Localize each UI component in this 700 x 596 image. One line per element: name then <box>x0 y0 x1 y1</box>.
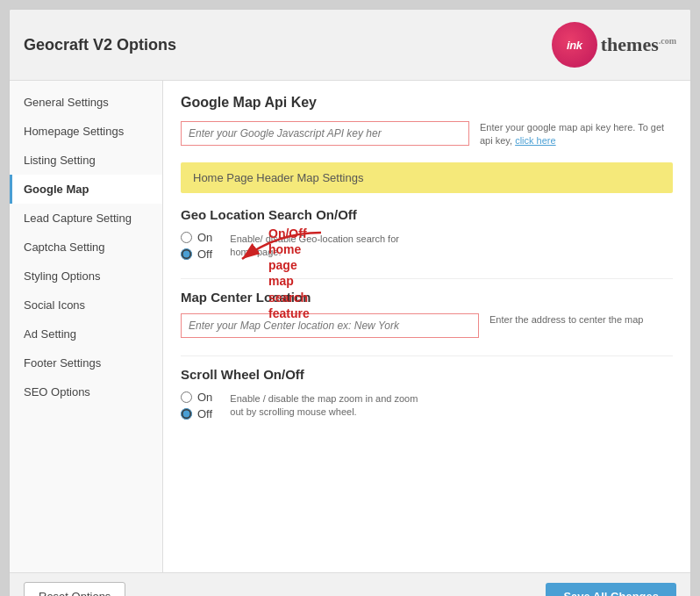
sidebar-item-ad-setting[interactable]: Ad Setting <box>10 320 162 348</box>
sidebar-item-styling-options[interactable]: Styling Options <box>10 262 162 291</box>
logo-icon: ink <box>552 22 597 68</box>
api-key-title: Google Map Api Key <box>181 95 673 111</box>
api-key-section: Google Map Api Key Enter your google map… <box>181 95 673 148</box>
sidebar-item-captcha-setting[interactable]: Captcha Setting <box>10 233 162 262</box>
api-key-row: Enter your google map api key here. To g… <box>181 121 673 148</box>
scroll-wheel-section: Scroll Wheel On/Off On Off <box>181 367 673 420</box>
reset-button[interactable]: Reset Options <box>24 582 125 596</box>
sidebar-item-homepage-settings[interactable]: Homepage Settings <box>10 117 162 146</box>
sidebar-item-google-map[interactable]: Google Map <box>10 175 162 204</box>
geo-off-radio[interactable] <box>181 248 192 260</box>
scroll-off-label[interactable]: Off <box>181 407 212 420</box>
geo-help-text: Enable/ disable Geo-location search for … <box>230 233 423 260</box>
geo-off-label[interactable]: Off <box>181 248 212 261</box>
sidebar-item-lead-capture-setting[interactable]: Lead Capture Setting <box>10 204 162 233</box>
map-center-title: Map Center Location <box>181 290 673 305</box>
scroll-wheel-title: Scroll Wheel On/Off <box>181 367 673 382</box>
scroll-radio-section: On Off Enable / disable the map zoom in … <box>181 391 673 420</box>
geo-on-radio[interactable] <box>181 232 192 243</box>
scroll-off-radio[interactable] <box>181 408 192 420</box>
geo-on-label[interactable]: On <box>181 231 212 244</box>
homepage-header-map-banner: Home Page Header Map Settings <box>181 162 673 193</box>
sidebar: General Settings Homepage Settings Listi… <box>10 81 163 572</box>
sidebar-item-listing-setting[interactable]: Listing Setting <box>10 146 162 175</box>
geo-radio-group: On Off <box>181 231 212 261</box>
sidebar-item-social-icons[interactable]: Social Icons <box>10 291 162 320</box>
map-center-section: Map Center Location Enter the address to… <box>181 290 673 338</box>
map-center-input[interactable] <box>181 313 479 338</box>
sidebar-item-seo-options[interactable]: SEO Options <box>10 377 162 406</box>
api-key-input[interactable] <box>181 121 469 146</box>
sidebar-item-footer-settings[interactable]: Footer Settings <box>10 348 162 377</box>
click-here-link[interactable]: click here <box>515 135 555 146</box>
map-center-row: Enter the address to center the map <box>181 313 673 338</box>
geo-radio-section: On Off <box>181 231 673 261</box>
page-title: Geocraft V2 Options <box>24 36 176 54</box>
map-center-help: Enter the address to center the map <box>489 313 644 327</box>
scroll-on-label[interactable]: On <box>181 391 212 404</box>
geo-location-title: Geo Location Search On/Off <box>181 207 673 222</box>
panel-header: Geocraft V2 Options ink themes.com <box>10 10 690 81</box>
content-area: General Settings Homepage Settings Listi… <box>10 81 690 572</box>
scroll-radio-group: On Off <box>181 391 212 420</box>
logo: ink themes.com <box>552 22 676 68</box>
main-content: Google Map Api Key Enter your google map… <box>163 81 690 572</box>
save-button[interactable]: Save All Changes <box>546 583 676 596</box>
panel-footer: Reset Options Save All Changes <box>10 572 690 596</box>
geo-radio-options: On Off <box>181 231 212 261</box>
api-key-help: Enter your google map api key here. To g… <box>480 121 673 148</box>
geo-location-section: Geo Location Search On/Off On Off <box>181 207 673 261</box>
logo-text: themes.com <box>601 33 676 56</box>
sidebar-item-general-settings[interactable]: General Settings <box>10 88 162 117</box>
scroll-help-text: Enable / disable the map zoom in and zoo… <box>230 392 423 420</box>
scroll-on-radio[interactable] <box>181 391 192 403</box>
